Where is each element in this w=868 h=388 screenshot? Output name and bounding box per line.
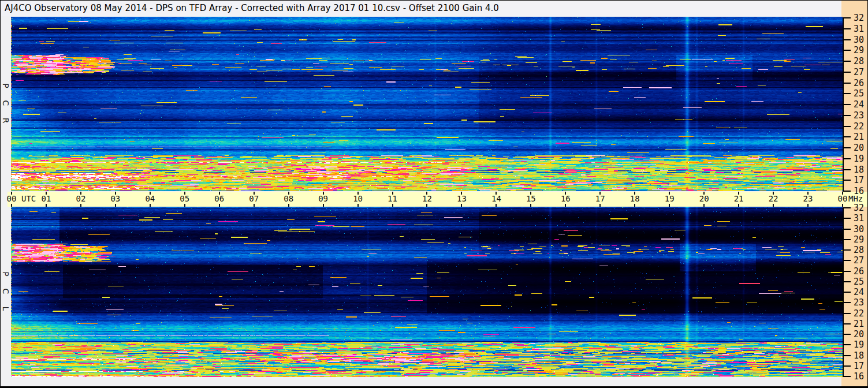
hour-label: 16	[558, 194, 573, 203]
freq-tick	[843, 292, 851, 293]
freq-tick-label: 20	[854, 143, 867, 152]
bottom-margin	[1, 378, 841, 388]
spectrogram-panel-rcp	[11, 17, 843, 191]
freq-tick	[843, 271, 851, 272]
hour-label: 14	[489, 194, 504, 203]
freq-tick-label: 19	[854, 154, 867, 163]
hour-tick-bottom	[150, 204, 151, 207]
hour-tick-bottom	[773, 204, 774, 207]
hour-label: 06	[212, 194, 227, 203]
freq-tick-label: 23	[854, 298, 867, 307]
hour-label: 21	[731, 194, 746, 203]
freq-tick	[843, 344, 851, 345]
freq-tick-label: 17	[854, 361, 867, 371]
freq-tick	[843, 376, 851, 377]
freq-tick	[843, 218, 851, 219]
freq-tick	[843, 115, 851, 116]
hour-tick-bottom	[565, 204, 566, 207]
hour-tick-bottom	[392, 204, 393, 207]
hour-tick-bottom	[46, 204, 47, 207]
hour-label: 15	[523, 194, 538, 203]
freq-tick-label: 21	[854, 132, 867, 141]
hour-label: 09	[316, 194, 331, 203]
freq-tick-label: 28	[854, 245, 867, 255]
freq-tick	[843, 39, 851, 40]
freq-tick	[843, 229, 851, 230]
freq-tick-label: 27	[854, 256, 867, 265]
hour-tick-bottom	[11, 204, 12, 207]
hour-label: 18	[627, 194, 642, 203]
freq-tick	[843, 17, 851, 18]
freq-tick-label: 28	[854, 57, 867, 66]
hour-tick-bottom	[842, 204, 843, 207]
freq-tick	[843, 207, 851, 208]
hour-label: 20	[696, 194, 711, 203]
freq-tick	[843, 169, 851, 170]
hour-label: 05	[177, 194, 192, 203]
hour-label: 03	[108, 194, 123, 203]
freq-tick-label: 21	[854, 319, 867, 329]
freq-tick-label: 24	[854, 288, 867, 297]
freq-tick-label: 16	[854, 186, 867, 196]
freq-tick-label: 29	[854, 46, 867, 55]
freq-tick-label: 30	[854, 35, 867, 44]
hour-tick-bottom	[323, 204, 324, 207]
time-axis: UTC MHz 00010203040506070809101112131415…	[8, 192, 868, 207]
hour-label: 11	[385, 194, 400, 203]
hour-tick-bottom	[496, 204, 497, 207]
title-bar: AJ4CO Observatory 08 May 2014 - DPS on T…	[1, 1, 841, 16]
freq-tick-label: 25	[854, 277, 867, 286]
hour-tick-bottom	[634, 204, 635, 207]
freq-tick	[843, 302, 851, 303]
freq-tick-label: 26	[854, 267, 867, 276]
hour-tick-bottom	[669, 204, 670, 207]
utc-label: UTC	[21, 194, 36, 203]
hour-tick-bottom	[288, 204, 289, 207]
freq-tick-label: 16	[854, 372, 867, 381]
hour-tick-bottom	[703, 204, 705, 207]
hour-label: 22	[766, 194, 781, 203]
hour-label: 08	[281, 194, 296, 203]
freq-tick-label: 31	[854, 214, 867, 223]
freq-tick	[843, 355, 851, 356]
hour-tick-bottom	[599, 204, 601, 207]
freq-tick	[843, 191, 851, 192]
hour-tick-bottom	[115, 204, 116, 207]
hour-tick-bottom	[357, 204, 359, 207]
hour-label: 19	[662, 194, 677, 203]
freq-tick	[843, 313, 851, 314]
freq-tick	[843, 180, 851, 181]
freq-tick-label: 17	[854, 176, 867, 185]
freq-tick	[843, 93, 851, 94]
freq-tick	[843, 249, 851, 251]
freq-tick	[843, 28, 851, 29]
freq-tick-label: 23	[854, 111, 867, 120]
hour-tick-bottom	[807, 204, 809, 207]
freq-tick-label: 22	[854, 309, 867, 318]
freq-tick	[843, 323, 851, 324]
freq-tick-label: 24	[854, 100, 867, 109]
hour-label: 12	[419, 194, 434, 203]
hour-tick-bottom	[219, 204, 220, 207]
side-label-letter: L	[2, 304, 10, 313]
hour-label: 07	[247, 194, 262, 203]
freq-tick-label: 18	[854, 165, 867, 174]
hour-label: 00	[4, 194, 19, 203]
hour-tick-bottom	[80, 204, 81, 207]
freq-tick-label: 32	[854, 203, 867, 212]
freq-tick	[843, 239, 851, 240]
freq-tick-label: 19	[854, 340, 867, 349]
freq-tick-label: 27	[854, 68, 867, 77]
freq-tick-label: 25	[854, 89, 867, 98]
freq-tick-label: 26	[854, 79, 867, 88]
side-label-letter: C	[2, 99, 10, 107]
spectrogram-panel-lcp	[11, 207, 843, 377]
hour-label: 04	[143, 194, 158, 203]
hour-tick-bottom	[738, 204, 739, 207]
hour-label: 10	[351, 194, 366, 203]
freq-tick-label: 18	[854, 351, 867, 360]
hour-tick-bottom	[530, 204, 531, 207]
freq-tick-label: 32	[854, 13, 867, 23]
freq-tick-label: 20	[854, 330, 867, 339]
freq-tick	[843, 72, 851, 73]
